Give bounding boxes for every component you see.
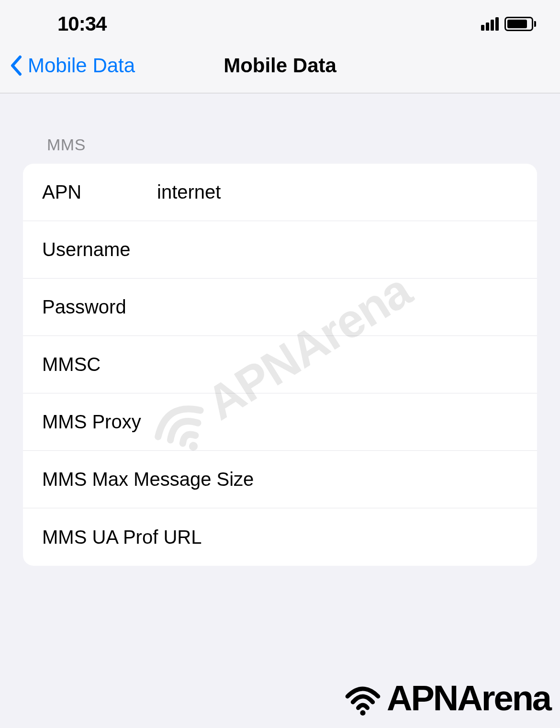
mms-ua-prof-label: MMS UA Prof URL: [42, 526, 202, 548]
mms-proxy-label: MMS Proxy: [42, 411, 141, 433]
apn-label: APN: [42, 181, 157, 203]
apn-row[interactable]: APN: [23, 164, 537, 221]
cellular-signal-icon: [481, 17, 499, 31]
content-area: MMS APN Username Password MMSC MMS Proxy…: [0, 93, 560, 566]
mms-max-size-label: MMS Max Message Size: [42, 469, 254, 490]
svg-point-1: [360, 710, 365, 715]
password-row[interactable]: Password: [23, 279, 537, 336]
status-time: 10:34: [57, 12, 106, 35]
page-title: Mobile Data: [224, 54, 336, 77]
section-header: MMS: [0, 93, 560, 164]
settings-card: APN Username Password MMSC MMS Proxy MMS…: [23, 164, 537, 566]
password-input[interactable]: [157, 296, 518, 318]
footer-brand: APNArena: [339, 678, 550, 718]
apn-input[interactable]: [157, 181, 518, 203]
back-label: Mobile Data: [28, 54, 135, 77]
chevron-left-icon: [10, 55, 22, 76]
mmsc-row[interactable]: MMSC: [23, 336, 537, 393]
status-bar: 10:34: [0, 0, 560, 38]
wifi-icon: [339, 679, 387, 717]
mmsc-label: MMSC: [42, 354, 157, 375]
mms-max-size-input[interactable]: [254, 469, 518, 490]
mms-proxy-row[interactable]: MMS Proxy: [23, 393, 537, 451]
mmsc-input[interactable]: [157, 354, 518, 375]
mms-ua-prof-input[interactable]: [202, 526, 518, 548]
back-button[interactable]: Mobile Data: [0, 54, 135, 77]
mms-proxy-input[interactable]: [141, 411, 518, 433]
mms-max-size-row[interactable]: MMS Max Message Size: [23, 451, 537, 508]
battery-icon: [504, 17, 536, 31]
password-label: Password: [42, 296, 157, 318]
username-row[interactable]: Username: [23, 221, 537, 279]
username-input[interactable]: [157, 239, 518, 260]
footer-brand-text: APNArena: [387, 678, 550, 718]
username-label: Username: [42, 239, 157, 260]
navigation-bar: Mobile Data Mobile Data: [0, 38, 560, 93]
status-indicators: [481, 17, 536, 31]
mms-ua-prof-row[interactable]: MMS UA Prof URL: [23, 508, 537, 566]
